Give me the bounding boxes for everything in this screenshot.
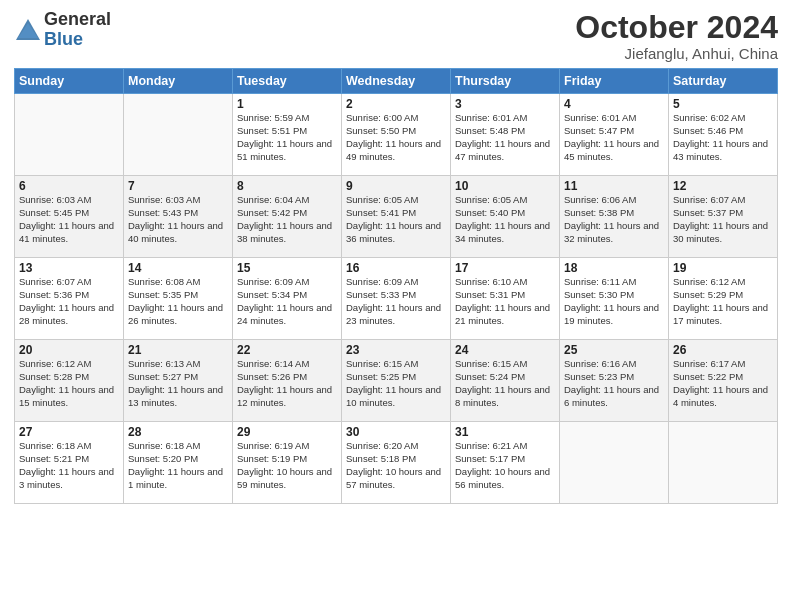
cell-info: Sunrise: 6:20 AMSunset: 5:18 PMDaylight:… [346,440,446,491]
day-number: 16 [346,261,446,275]
day-number: 6 [19,179,119,193]
day-number: 25 [564,343,664,357]
calendar-cell: 3Sunrise: 6:01 AMSunset: 5:48 PMDaylight… [451,94,560,176]
day-number: 2 [346,97,446,111]
page: General Blue October 2024 Jiefanglu, Anh… [0,0,792,612]
calendar-cell: 29Sunrise: 6:19 AMSunset: 5:19 PMDayligh… [233,422,342,504]
calendar-cell: 14Sunrise: 6:08 AMSunset: 5:35 PMDayligh… [124,258,233,340]
header: General Blue October 2024 Jiefanglu, Anh… [14,10,778,62]
cell-info: Sunrise: 6:07 AMSunset: 5:37 PMDaylight:… [673,194,773,245]
calendar-cell: 5Sunrise: 6:02 AMSunset: 5:46 PMDaylight… [669,94,778,176]
cell-info: Sunrise: 6:01 AMSunset: 5:48 PMDaylight:… [455,112,555,163]
weekday-header-friday: Friday [560,69,669,94]
calendar-cell: 30Sunrise: 6:20 AMSunset: 5:18 PMDayligh… [342,422,451,504]
cell-info: Sunrise: 6:08 AMSunset: 5:35 PMDaylight:… [128,276,228,327]
cell-info: Sunrise: 6:00 AMSunset: 5:50 PMDaylight:… [346,112,446,163]
cell-info: Sunrise: 6:06 AMSunset: 5:38 PMDaylight:… [564,194,664,245]
cell-info: Sunrise: 6:18 AMSunset: 5:20 PMDaylight:… [128,440,228,491]
day-number: 5 [673,97,773,111]
day-number: 27 [19,425,119,439]
cell-info: Sunrise: 6:15 AMSunset: 5:24 PMDaylight:… [455,358,555,409]
cell-info: Sunrise: 6:15 AMSunset: 5:25 PMDaylight:… [346,358,446,409]
weekday-header-wednesday: Wednesday [342,69,451,94]
calendar-body: 1Sunrise: 5:59 AMSunset: 5:51 PMDaylight… [15,94,778,504]
logo-text: General Blue [44,10,111,50]
calendar-cell: 6Sunrise: 6:03 AMSunset: 5:45 PMDaylight… [15,176,124,258]
cell-info: Sunrise: 6:05 AMSunset: 5:40 PMDaylight:… [455,194,555,245]
day-number: 22 [237,343,337,357]
day-number: 26 [673,343,773,357]
calendar-cell: 12Sunrise: 6:07 AMSunset: 5:37 PMDayligh… [669,176,778,258]
calendar-cell: 2Sunrise: 6:00 AMSunset: 5:50 PMDaylight… [342,94,451,176]
logo-blue-text: Blue [44,29,83,49]
cell-info: Sunrise: 6:19 AMSunset: 5:19 PMDaylight:… [237,440,337,491]
calendar-header: SundayMondayTuesdayWednesdayThursdayFrid… [15,69,778,94]
day-number: 12 [673,179,773,193]
day-number: 7 [128,179,228,193]
day-number: 9 [346,179,446,193]
cell-info: Sunrise: 6:09 AMSunset: 5:34 PMDaylight:… [237,276,337,327]
cell-info: Sunrise: 6:01 AMSunset: 5:47 PMDaylight:… [564,112,664,163]
calendar-cell: 15Sunrise: 6:09 AMSunset: 5:34 PMDayligh… [233,258,342,340]
calendar-cell: 20Sunrise: 6:12 AMSunset: 5:28 PMDayligh… [15,340,124,422]
weekday-header-monday: Monday [124,69,233,94]
day-number: 21 [128,343,228,357]
calendar-cell [669,422,778,504]
weekday-header-tuesday: Tuesday [233,69,342,94]
title-area: October 2024 Jiefanglu, Anhui, China [575,10,778,62]
cell-info: Sunrise: 6:18 AMSunset: 5:21 PMDaylight:… [19,440,119,491]
day-number: 10 [455,179,555,193]
cell-info: Sunrise: 6:02 AMSunset: 5:46 PMDaylight:… [673,112,773,163]
cell-info: Sunrise: 6:07 AMSunset: 5:36 PMDaylight:… [19,276,119,327]
cell-info: Sunrise: 6:10 AMSunset: 5:31 PMDaylight:… [455,276,555,327]
cell-info: Sunrise: 6:09 AMSunset: 5:33 PMDaylight:… [346,276,446,327]
day-number: 15 [237,261,337,275]
cell-info: Sunrise: 6:05 AMSunset: 5:41 PMDaylight:… [346,194,446,245]
svg-marker-1 [18,23,38,38]
cell-info: Sunrise: 6:12 AMSunset: 5:29 PMDaylight:… [673,276,773,327]
cell-info: Sunrise: 5:59 AMSunset: 5:51 PMDaylight:… [237,112,337,163]
calendar-cell: 28Sunrise: 6:18 AMSunset: 5:20 PMDayligh… [124,422,233,504]
calendar-cell [124,94,233,176]
calendar-cell: 17Sunrise: 6:10 AMSunset: 5:31 PMDayligh… [451,258,560,340]
calendar-week-row: 27Sunrise: 6:18 AMSunset: 5:21 PMDayligh… [15,422,778,504]
day-number: 18 [564,261,664,275]
calendar-cell: 27Sunrise: 6:18 AMSunset: 5:21 PMDayligh… [15,422,124,504]
calendar-cell: 16Sunrise: 6:09 AMSunset: 5:33 PMDayligh… [342,258,451,340]
day-number: 17 [455,261,555,275]
cell-info: Sunrise: 6:03 AMSunset: 5:43 PMDaylight:… [128,194,228,245]
calendar-cell: 21Sunrise: 6:13 AMSunset: 5:27 PMDayligh… [124,340,233,422]
month-title: October 2024 [575,10,778,45]
calendar-cell [560,422,669,504]
cell-info: Sunrise: 6:12 AMSunset: 5:28 PMDaylight:… [19,358,119,409]
calendar-cell: 22Sunrise: 6:14 AMSunset: 5:26 PMDayligh… [233,340,342,422]
calendar-cell: 31Sunrise: 6:21 AMSunset: 5:17 PMDayligh… [451,422,560,504]
day-number: 13 [19,261,119,275]
cell-info: Sunrise: 6:03 AMSunset: 5:45 PMDaylight:… [19,194,119,245]
calendar-cell: 8Sunrise: 6:04 AMSunset: 5:42 PMDaylight… [233,176,342,258]
day-number: 20 [19,343,119,357]
cell-info: Sunrise: 6:17 AMSunset: 5:22 PMDaylight:… [673,358,773,409]
calendar-cell: 10Sunrise: 6:05 AMSunset: 5:40 PMDayligh… [451,176,560,258]
calendar-week-row: 1Sunrise: 5:59 AMSunset: 5:51 PMDaylight… [15,94,778,176]
calendar-cell [15,94,124,176]
logo-general-text: General [44,9,111,29]
day-number: 30 [346,425,446,439]
cell-info: Sunrise: 6:04 AMSunset: 5:42 PMDaylight:… [237,194,337,245]
calendar-cell: 4Sunrise: 6:01 AMSunset: 5:47 PMDaylight… [560,94,669,176]
calendar-cell: 26Sunrise: 6:17 AMSunset: 5:22 PMDayligh… [669,340,778,422]
calendar-cell: 25Sunrise: 6:16 AMSunset: 5:23 PMDayligh… [560,340,669,422]
day-number: 31 [455,425,555,439]
cell-info: Sunrise: 6:11 AMSunset: 5:30 PMDaylight:… [564,276,664,327]
calendar-cell: 23Sunrise: 6:15 AMSunset: 5:25 PMDayligh… [342,340,451,422]
day-number: 14 [128,261,228,275]
day-number: 1 [237,97,337,111]
day-number: 23 [346,343,446,357]
cell-info: Sunrise: 6:13 AMSunset: 5:27 PMDaylight:… [128,358,228,409]
day-number: 11 [564,179,664,193]
calendar-cell: 11Sunrise: 6:06 AMSunset: 5:38 PMDayligh… [560,176,669,258]
calendar-cell: 9Sunrise: 6:05 AMSunset: 5:41 PMDaylight… [342,176,451,258]
weekday-header-saturday: Saturday [669,69,778,94]
day-number: 28 [128,425,228,439]
day-number: 19 [673,261,773,275]
